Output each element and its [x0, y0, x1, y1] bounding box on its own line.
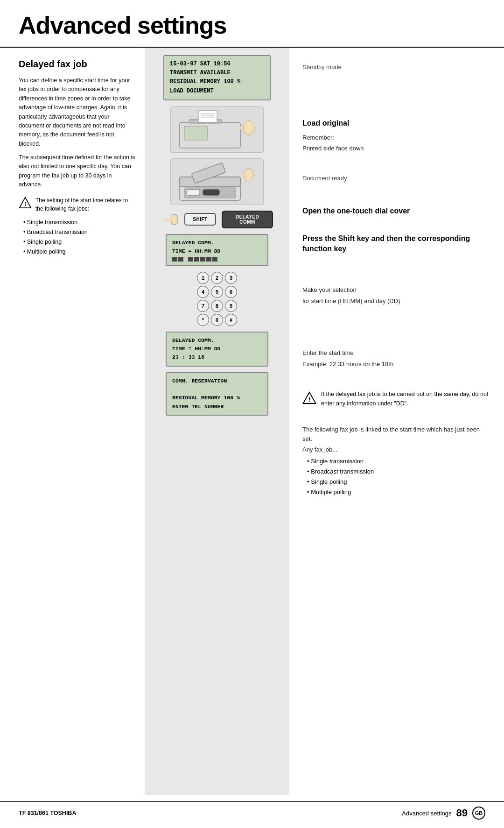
step-standby: Standby mode [302, 64, 490, 72]
load-original-heading: Load original [302, 118, 490, 128]
make-selection-note: Make your selection [302, 285, 490, 295]
lcd3-line3: 23 : 33 18 [172, 353, 262, 361]
key-1[interactable]: 1 [197, 272, 209, 284]
lcd4-line2 [172, 385, 262, 394]
open-cover-heading: Open the one-touch dial cover [302, 206, 490, 216]
page-footer: TF 831/861 TOSHIBA Advanced settings 89 … [0, 801, 504, 820]
description-2: The subsequent time defined for the acti… [19, 153, 135, 190]
step-enter-time: Enter the start time Example: 22:33 hour… [302, 348, 490, 370]
footer-badge: GB [472, 807, 485, 820]
comm-bullet-item: Single polling [307, 477, 490, 487]
lcd-screen-2: DELAYED COMM. TIME = HH:MM DD [166, 234, 268, 266]
section-title: Delayed fax job [19, 59, 135, 70]
for-start-time-note: for start time (HH:MM) and day (DD) [302, 297, 490, 306]
lcd4-line1: COMM. RESERVATION [172, 377, 262, 385]
fax-illustration-2 [175, 161, 259, 203]
lcd2-cursor [172, 257, 262, 262]
example-note: Example: 22:33 hours on the 18th [302, 360, 490, 369]
key-4[interactable]: 4 [197, 286, 209, 298]
step-load-original: Load original Remember: Printed side fac… [302, 118, 490, 155]
hand-pointing-icon [161, 211, 179, 228]
svg-point-18 [244, 168, 253, 181]
press-shift-heading: Press the Shift key and then the corresp… [302, 234, 490, 254]
numpad-row-4: * 0 # [197, 314, 237, 326]
warning-icon-right: ! [302, 391, 316, 405]
fax-illustration-1 [175, 108, 259, 150]
delayed-comm-key[interactable]: DELAYED COMM [222, 211, 273, 228]
step-press-shift: Press the Shift key and then the corresp… [302, 234, 490, 258]
fax-image-2 [170, 158, 264, 205]
bullet-item: Multiple polling [23, 247, 135, 257]
standby-label: Standby mode [302, 64, 490, 71]
bullet-item: Single transmission [23, 218, 135, 227]
right-column: Standby mode Load original Remember: Pri… [289, 48, 504, 795]
svg-rect-17 [203, 190, 219, 195]
warning-right-box: ! If the delayed fax job is to be carrie… [302, 390, 490, 408]
numpad-row-3: 7 8 9 [197, 300, 237, 312]
footer-brand: TF 831/861 TOSHIBA [19, 810, 76, 816]
numpad-row-1: 1 2 3 [197, 272, 237, 284]
numpad: 1 2 3 4 5 6 7 8 9 * 0 # [197, 272, 237, 326]
key-star[interactable]: * [197, 314, 209, 326]
description-1: You can define a specific start time for… [19, 76, 135, 149]
key-5[interactable]: 5 [211, 286, 223, 298]
load-remember: Remember: [302, 133, 490, 142]
lcd1-line2: TRANSMIT AVAILABLE [170, 69, 264, 78]
key-7[interactable]: 7 [197, 300, 209, 312]
svg-text:!: ! [24, 201, 26, 207]
svg-rect-13 [180, 177, 240, 186]
bullet-item: Single polling [23, 237, 135, 247]
warning-left: ! The setting of the start time relates … [19, 196, 135, 213]
key-row: SHIFT DELAYED COMM [161, 211, 273, 228]
lcd-screen-4: COMM. RESERVATION RESIDUAL MEMORY 100 % … [166, 372, 268, 416]
step-document-ready: Document ready [302, 175, 490, 184]
svg-rect-16 [187, 190, 200, 195]
load-face-down: Printed side face down [302, 144, 490, 153]
key-8[interactable]: 8 [211, 300, 223, 312]
svg-rect-5 [198, 111, 217, 122]
key-0[interactable]: 0 [211, 314, 223, 326]
left-bullet-list: Single transmission Broadcast transmissi… [23, 218, 135, 257]
footer-page-number: 89 [456, 807, 468, 819]
key-3[interactable]: 3 [225, 272, 237, 284]
step-following-fax: The following fax job is linked to the s… [302, 425, 490, 497]
lcd3-line2: TIME = HH:MM DD [172, 345, 262, 353]
numpad-row-2: 4 5 6 [197, 286, 237, 298]
warning-right-text: If the delayed fax job is to be carried … [321, 390, 490, 408]
footer-right: Advanced settings 89 GB [402, 807, 485, 820]
following-fax-note: The following fax job is linked to the s… [302, 425, 490, 443]
any-fax-note: Any fax job... [302, 445, 490, 454]
page-title: Advanced settings [0, 0, 504, 48]
lcd2-line2: TIME = HH:MM DD [172, 247, 262, 255]
fax-image-1 [170, 106, 264, 153]
lcd-screen-3: DELAYED COMM. TIME = HH:MM DD 23 : 33 18 [166, 332, 268, 367]
svg-rect-3 [184, 126, 208, 140]
svg-text:!: ! [308, 396, 311, 403]
key-2[interactable]: 2 [211, 272, 223, 284]
enter-start-time-note: Enter the start time [302, 348, 490, 358]
comm-bullet-list: Single transmission Broadcast transmissi… [307, 456, 490, 497]
lcd4-line4: ENTER TEL NUMBER [172, 403, 262, 411]
key-hash[interactable]: # [225, 314, 237, 326]
lcd4-line3: RESIDUAL MEMORY 100 % [172, 394, 262, 402]
lcd1-line4: LOAD DOCUMENT [170, 87, 264, 96]
warning-left-text: The setting of the start time relates to… [35, 196, 135, 213]
svg-point-21 [171, 214, 178, 225]
lcd2-line1: DELAYED COMM. [172, 239, 262, 247]
svg-point-9 [243, 120, 254, 135]
step-open-cover: Open the one-touch dial cover [302, 206, 490, 221]
key-9[interactable]: 9 [225, 300, 237, 312]
lcd1-line1: 15-03-97 SAT 19:56 [170, 60, 264, 69]
document-ready-label: Document ready [302, 175, 490, 182]
shift-key[interactable]: SHIFT [184, 213, 216, 226]
lcd-screen-1: 15-03-97 SAT 19:56 TRANSMIT AVAILABLE RE… [163, 55, 271, 100]
warning-icon-left: ! [19, 196, 32, 209]
key-6[interactable]: 6 [225, 286, 237, 298]
comm-bullet-item: Single transmission [307, 456, 490, 467]
footer-section-label: Advanced settings [402, 810, 451, 817]
bullet-item: Broadcast transmission [23, 227, 135, 237]
lcd1-line3: RESIDUAL MEMORY 100 % [170, 78, 264, 86]
step-warning-right: ! If the delayed fax job is to be carrie… [302, 388, 490, 408]
lcd3-line1: DELAYED COMM. [172, 336, 262, 345]
comm-bullet-item: Broadcast transmission [307, 467, 490, 477]
